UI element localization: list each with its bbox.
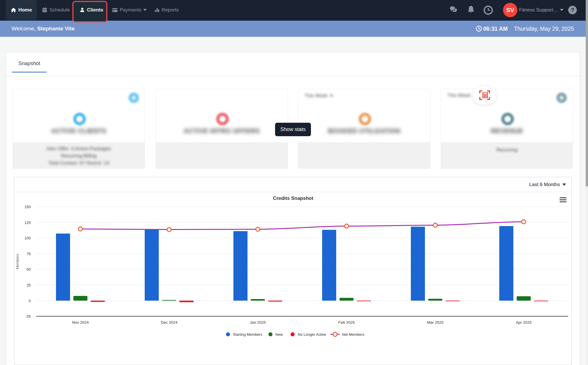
- svg-text:0: 0: [29, 299, 31, 303]
- svg-text:100: 100: [24, 236, 31, 240]
- svg-text:75: 75: [27, 252, 31, 256]
- svg-text:Mar 2025: Mar 2025: [427, 320, 443, 325]
- svg-text:No Longer Active: No Longer Active: [298, 332, 326, 337]
- svg-text:25: 25: [27, 283, 31, 287]
- svg-text:Dec 2024: Dec 2024: [161, 320, 177, 325]
- svg-text:Members: Members: [15, 253, 20, 269]
- svg-text:-25: -25: [25, 314, 31, 319]
- svg-text:Net Members: Net Members: [342, 332, 365, 337]
- svg-text:150: 150: [24, 205, 31, 209]
- svg-text:125: 125: [24, 220, 31, 225]
- svg-text:Feb 2025: Feb 2025: [338, 320, 355, 325]
- svg-text:New: New: [275, 332, 283, 337]
- svg-text:50: 50: [27, 267, 31, 272]
- svg-text:Apr 2025: Apr 2025: [516, 320, 532, 325]
- svg-text:Nov 2024: Nov 2024: [72, 320, 89, 325]
- svg-text:Jan 2025: Jan 2025: [250, 320, 266, 325]
- svg-text:Starting Members: Starting Members: [233, 332, 262, 337]
- svg-text:Credits Snapshot: Credits Snapshot: [273, 196, 314, 201]
